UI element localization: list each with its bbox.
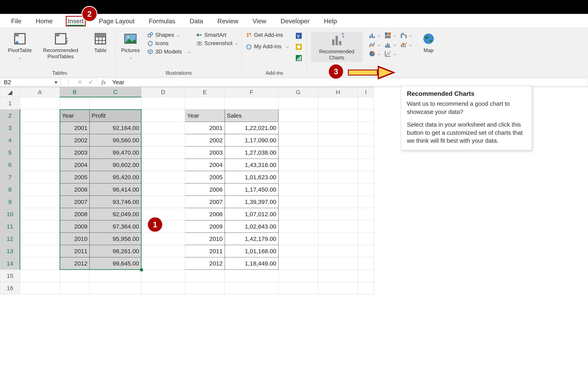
cell-G11[interactable]: [279, 220, 318, 233]
cell-B6[interactable]: 2004: [60, 159, 90, 171]
cell-E10[interactable]: 2008: [185, 208, 225, 220]
tab-page-layout[interactable]: Page Layout: [98, 17, 136, 26]
cell-D8[interactable]: [141, 183, 185, 196]
get-addins-button[interactable]: + Get Add-ins: [246, 32, 289, 38]
cell-B11[interactable]: 2009: [60, 220, 90, 233]
row-header-3[interactable]: 3: [0, 122, 20, 134]
column-header-E[interactable]: E: [185, 87, 225, 97]
cell-I2[interactable]: [358, 110, 374, 122]
cell-D16[interactable]: [141, 282, 185, 294]
cell-I4[interactable]: [358, 134, 374, 146]
cell-G1[interactable]: [279, 97, 318, 110]
cell-H7[interactable]: [318, 171, 358, 183]
line-chart-button[interactable]: ⌵: [368, 41, 380, 48]
row-header-10[interactable]: 10: [0, 208, 20, 220]
cell-F6[interactable]: 1,43,316.00: [225, 159, 279, 171]
cell-G13[interactable]: [279, 245, 318, 257]
cell-B9[interactable]: 2007: [60, 196, 90, 208]
cell-C5[interactable]: 99,470.00: [90, 146, 141, 159]
cell-H12[interactable]: [318, 233, 358, 245]
cell-E15[interactable]: [185, 270, 225, 282]
cell-F12[interactable]: 1,42,179.00: [225, 233, 279, 245]
hierarchy-chart-button[interactable]: ⌵: [384, 32, 396, 39]
cell-G8[interactable]: [279, 183, 318, 196]
cell-I3[interactable]: [358, 122, 374, 134]
cell-F14[interactable]: 1,18,449.00: [225, 257, 279, 270]
smartart-button[interactable]: SmartArt: [196, 32, 238, 38]
scatter-chart-button[interactable]: ⌵: [384, 50, 396, 57]
column-header-F[interactable]: F: [225, 87, 279, 97]
cell-H8[interactable]: [318, 183, 358, 196]
cell-A8[interactable]: [20, 183, 60, 196]
cell-D2[interactable]: [141, 110, 185, 122]
cell-I10[interactable]: [358, 208, 374, 220]
cell-F2[interactable]: Sales: [225, 110, 279, 122]
pie-chart-button[interactable]: ⌵: [368, 50, 380, 57]
cell-I1[interactable]: [358, 97, 374, 110]
cell-E8[interactable]: 2006: [185, 183, 225, 196]
cell-A3[interactable]: [20, 122, 60, 134]
column-header-H[interactable]: H: [318, 87, 358, 97]
cell-D9[interactable]: [141, 196, 185, 208]
cell-G10[interactable]: [279, 208, 318, 220]
cell-E13[interactable]: 2011: [185, 245, 225, 257]
cell-I6[interactable]: [358, 159, 374, 171]
cell-A5[interactable]: [20, 146, 60, 159]
cell-F10[interactable]: 1,07,012.00: [225, 208, 279, 220]
column-header-B[interactable]: B: [60, 87, 90, 97]
cell-I9[interactable]: [358, 196, 374, 208]
cell-B2[interactable]: Year: [60, 110, 90, 122]
recommended-charts-button[interactable]: ? Recommended Charts: [311, 32, 363, 62]
fill-handle[interactable]: [140, 269, 143, 271]
cell-A6[interactable]: [20, 159, 60, 171]
cell-F16[interactable]: [225, 282, 279, 294]
cell-E4[interactable]: 2002: [185, 134, 225, 146]
bing-maps-addin-icon[interactable]: [295, 43, 303, 51]
row-header-11[interactable]: 11: [0, 220, 20, 233]
cell-I11[interactable]: [358, 220, 374, 233]
cell-A7[interactable]: [20, 171, 60, 183]
cell-E6[interactable]: 2004: [185, 159, 225, 171]
cell-A15[interactable]: [20, 270, 60, 282]
cell-A13[interactable]: [20, 245, 60, 257]
cell-E16[interactable]: [185, 282, 225, 294]
cell-H16[interactable]: [318, 282, 358, 294]
combo-chart-button[interactable]: ⌵: [400, 41, 412, 48]
cell-F11[interactable]: 1,02,643.00: [225, 220, 279, 233]
row-header-14[interactable]: 14: [0, 257, 20, 270]
cell-I14[interactable]: [358, 257, 374, 270]
cell-H11[interactable]: [318, 220, 358, 233]
column-header-C[interactable]: C: [90, 87, 141, 97]
cell-C10[interactable]: 92,049.00: [90, 208, 141, 220]
cell-E7[interactable]: 2005: [185, 171, 225, 183]
cell-D12[interactable]: [141, 233, 185, 245]
cell-A11[interactable]: [20, 220, 60, 233]
cell-A1[interactable]: [20, 97, 60, 110]
cell-H9[interactable]: [318, 196, 358, 208]
column-header-G[interactable]: G: [279, 87, 318, 97]
cell-D6[interactable]: [141, 159, 185, 171]
my-addins-button[interactable]: My Add-ins⌵: [246, 43, 289, 50]
row-header-2[interactable]: 2: [0, 110, 20, 122]
cell-D3[interactable]: [141, 122, 185, 134]
cell-E14[interactable]: 2012: [185, 257, 225, 270]
column-chart-button[interactable]: ⌵: [368, 32, 380, 39]
cell-C6[interactable]: 90,602.00: [90, 159, 141, 171]
pivottable-button[interactable]: PivotTable ⌵: [8, 32, 32, 60]
icons-button[interactable]: Icons: [147, 40, 190, 46]
cell-G12[interactable]: [279, 233, 318, 245]
row-header-5[interactable]: 5: [0, 146, 20, 159]
cell-E3[interactable]: 2001: [185, 122, 225, 134]
cell-B10[interactable]: 2008: [60, 208, 90, 220]
statistic-chart-button[interactable]: ⌵: [384, 41, 396, 48]
worksheet[interactable]: ◢ABCDEFGHI12YearProfitYearSales3200192,1…: [0, 87, 588, 294]
row-header-16[interactable]: 16: [0, 282, 20, 294]
cell-B3[interactable]: 2001: [60, 122, 90, 134]
row-header-15[interactable]: 15: [0, 270, 20, 282]
cell-H1[interactable]: [318, 97, 358, 110]
cell-F7[interactable]: 1,01,623.00: [225, 171, 279, 183]
cell-F9[interactable]: 1,39,397.00: [225, 196, 279, 208]
cell-E12[interactable]: 2010: [185, 233, 225, 245]
row-header-7[interactable]: 7: [0, 171, 20, 183]
cell-B4[interactable]: 2002: [60, 134, 90, 146]
